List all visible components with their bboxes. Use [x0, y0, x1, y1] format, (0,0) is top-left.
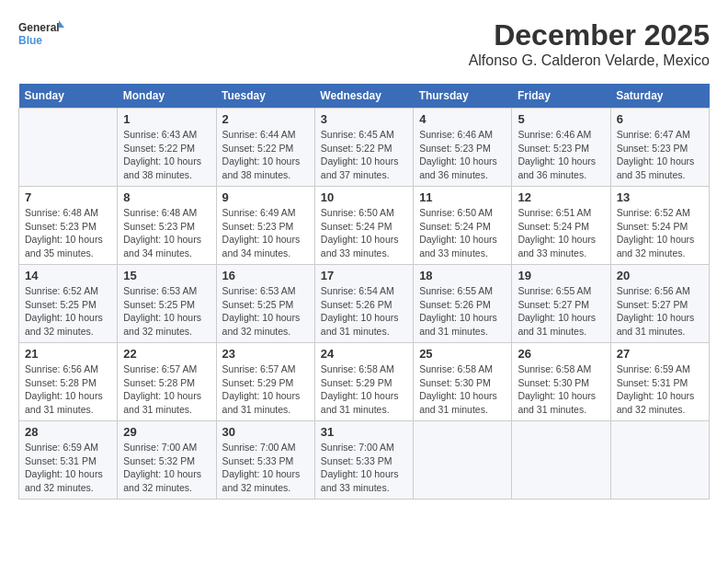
- day-info: Sunrise: 6:57 AM Sunset: 5:28 PM Dayligh…: [123, 362, 210, 417]
- day-number: 31: [321, 425, 407, 439]
- calendar-day-cell: 20Sunrise: 6:56 AM Sunset: 5:27 PM Dayli…: [610, 265, 709, 343]
- day-info: Sunrise: 6:56 AM Sunset: 5:27 PM Dayligh…: [617, 284, 703, 339]
- calendar-day-cell: 18Sunrise: 6:55 AM Sunset: 5:26 PM Dayli…: [414, 265, 512, 343]
- calendar-week-2: 7Sunrise: 6:48 AM Sunset: 5:23 PM Daylig…: [19, 187, 710, 265]
- day-number: 5: [518, 112, 604, 126]
- calendar-day-cell: 10Sunrise: 6:50 AM Sunset: 5:24 PM Dayli…: [314, 187, 413, 265]
- day-info: Sunrise: 6:51 AM Sunset: 5:24 PM Dayligh…: [518, 206, 604, 260]
- calendar-day-cell: 28Sunrise: 6:59 AM Sunset: 5:31 PM Dayli…: [19, 421, 118, 500]
- day-number: 24: [321, 347, 407, 361]
- day-number: 6: [617, 112, 703, 126]
- day-number: 11: [419, 190, 506, 204]
- day-info: Sunrise: 6:53 AM Sunset: 5:25 PM Dayligh…: [123, 284, 210, 339]
- calendar-day-cell: 8Sunrise: 6:48 AM Sunset: 5:23 PM Daylig…: [118, 187, 216, 265]
- day-info: Sunrise: 6:58 AM Sunset: 5:30 PM Dayligh…: [419, 362, 506, 417]
- svg-text:General: General: [18, 21, 60, 34]
- logo: General Blue: [18, 18, 64, 52]
- calendar-day-cell: 15Sunrise: 6:53 AM Sunset: 5:25 PM Dayli…: [118, 265, 216, 343]
- col-wednesday: Wednesday: [314, 84, 413, 109]
- day-number: 2: [222, 112, 309, 126]
- col-monday: Monday: [118, 84, 216, 109]
- day-info: Sunrise: 6:46 AM Sunset: 5:23 PM Dayligh…: [518, 128, 604, 182]
- day-info: Sunrise: 6:58 AM Sunset: 5:29 PM Dayligh…: [321, 362, 407, 417]
- col-tuesday: Tuesday: [216, 84, 314, 109]
- month-title: December 2025: [469, 18, 710, 52]
- day-number: 29: [123, 425, 210, 439]
- day-info: Sunrise: 6:43 AM Sunset: 5:22 PM Dayligh…: [123, 128, 210, 182]
- calendar-day-cell: 3Sunrise: 6:45 AM Sunset: 5:22 PM Daylig…: [314, 109, 413, 187]
- day-number: 30: [222, 425, 309, 439]
- day-info: Sunrise: 6:52 AM Sunset: 5:25 PM Dayligh…: [25, 284, 111, 339]
- calendar-day-cell: [610, 421, 709, 500]
- day-info: Sunrise: 7:00 AM Sunset: 5:32 PM Dayligh…: [123, 441, 210, 495]
- day-info: Sunrise: 6:57 AM Sunset: 5:29 PM Dayligh…: [222, 362, 309, 417]
- calendar-day-cell: 21Sunrise: 6:56 AM Sunset: 5:28 PM Dayli…: [19, 343, 118, 421]
- col-friday: Friday: [512, 84, 610, 109]
- day-number: 3: [321, 112, 407, 126]
- day-info: Sunrise: 6:55 AM Sunset: 5:27 PM Dayligh…: [518, 284, 604, 339]
- day-number: 17: [321, 269, 407, 282]
- calendar-day-cell: 22Sunrise: 6:57 AM Sunset: 5:28 PM Dayli…: [118, 343, 216, 421]
- day-info: Sunrise: 6:59 AM Sunset: 5:31 PM Dayligh…: [25, 441, 111, 495]
- calendar-day-cell: 19Sunrise: 6:55 AM Sunset: 5:27 PM Dayli…: [512, 265, 610, 343]
- day-number: 10: [321, 190, 407, 204]
- day-number: 18: [419, 269, 506, 282]
- svg-text:Blue: Blue: [18, 34, 42, 47]
- day-info: Sunrise: 6:58 AM Sunset: 5:30 PM Dayligh…: [518, 362, 604, 417]
- calendar-day-cell: 24Sunrise: 6:58 AM Sunset: 5:29 PM Dayli…: [314, 343, 413, 421]
- day-info: Sunrise: 6:44 AM Sunset: 5:22 PM Dayligh…: [222, 128, 309, 182]
- calendar-day-cell: 17Sunrise: 6:54 AM Sunset: 5:26 PM Dayli…: [314, 265, 413, 343]
- day-info: Sunrise: 6:48 AM Sunset: 5:23 PM Dayligh…: [123, 206, 210, 260]
- day-info: Sunrise: 6:50 AM Sunset: 5:24 PM Dayligh…: [419, 206, 506, 260]
- day-number: 12: [518, 190, 604, 204]
- day-info: Sunrise: 7:00 AM Sunset: 5:33 PM Dayligh…: [222, 441, 309, 495]
- day-number: 16: [222, 269, 309, 282]
- day-number: 20: [617, 269, 703, 282]
- calendar-day-cell: 2Sunrise: 6:44 AM Sunset: 5:22 PM Daylig…: [216, 109, 314, 187]
- calendar-day-cell: 13Sunrise: 6:52 AM Sunset: 5:24 PM Dayli…: [610, 187, 709, 265]
- day-info: Sunrise: 6:48 AM Sunset: 5:23 PM Dayligh…: [25, 206, 111, 260]
- calendar-day-cell: 4Sunrise: 6:46 AM Sunset: 5:23 PM Daylig…: [414, 109, 512, 187]
- day-info: Sunrise: 6:55 AM Sunset: 5:26 PM Dayligh…: [419, 284, 506, 339]
- calendar-day-cell: 9Sunrise: 6:49 AM Sunset: 5:23 PM Daylig…: [216, 187, 314, 265]
- day-info: Sunrise: 6:45 AM Sunset: 5:22 PM Dayligh…: [321, 128, 407, 182]
- calendar-day-cell: 11Sunrise: 6:50 AM Sunset: 5:24 PM Dayli…: [414, 187, 512, 265]
- day-info: Sunrise: 6:47 AM Sunset: 5:23 PM Dayligh…: [617, 128, 703, 182]
- title-section: December 2025 Alfonso G. Calderon Velard…: [469, 18, 710, 69]
- day-info: Sunrise: 6:59 AM Sunset: 5:31 PM Dayligh…: [617, 362, 703, 417]
- calendar-table: Sunday Monday Tuesday Wednesday Thursday…: [18, 84, 710, 500]
- day-number: 15: [123, 269, 210, 282]
- header: General Blue December 2025 Alfonso G. Ca…: [18, 18, 710, 69]
- calendar-day-cell: 16Sunrise: 6:53 AM Sunset: 5:25 PM Dayli…: [216, 265, 314, 343]
- calendar-week-3: 14Sunrise: 6:52 AM Sunset: 5:25 PM Dayli…: [19, 265, 710, 343]
- day-number: 8: [123, 190, 210, 204]
- calendar-day-cell: 7Sunrise: 6:48 AM Sunset: 5:23 PM Daylig…: [19, 187, 118, 265]
- calendar-day-cell: 1Sunrise: 6:43 AM Sunset: 5:22 PM Daylig…: [118, 109, 216, 187]
- day-number: 19: [518, 269, 604, 282]
- day-number: 22: [123, 347, 210, 361]
- day-number: 4: [419, 112, 506, 126]
- calendar-day-cell: 29Sunrise: 7:00 AM Sunset: 5:32 PM Dayli…: [118, 421, 216, 500]
- calendar-day-cell: 27Sunrise: 6:59 AM Sunset: 5:31 PM Dayli…: [610, 343, 709, 421]
- day-number: 25: [419, 347, 506, 361]
- col-saturday: Saturday: [610, 84, 709, 109]
- calendar-day-cell: 14Sunrise: 6:52 AM Sunset: 5:25 PM Dayli…: [19, 265, 118, 343]
- day-number: 23: [222, 347, 309, 361]
- calendar-day-cell: 23Sunrise: 6:57 AM Sunset: 5:29 PM Dayli…: [216, 343, 314, 421]
- calendar-week-4: 21Sunrise: 6:56 AM Sunset: 5:28 PM Dayli…: [19, 343, 710, 421]
- day-info: Sunrise: 6:46 AM Sunset: 5:23 PM Dayligh…: [419, 128, 506, 182]
- day-info: Sunrise: 6:52 AM Sunset: 5:24 PM Dayligh…: [617, 206, 703, 260]
- day-info: Sunrise: 6:53 AM Sunset: 5:25 PM Dayligh…: [222, 284, 309, 339]
- calendar-day-cell: 30Sunrise: 7:00 AM Sunset: 5:33 PM Dayli…: [216, 421, 314, 500]
- day-info: Sunrise: 7:00 AM Sunset: 5:33 PM Dayligh…: [321, 441, 407, 495]
- calendar-day-cell: 25Sunrise: 6:58 AM Sunset: 5:30 PM Dayli…: [414, 343, 512, 421]
- calendar-day-cell: [19, 109, 118, 187]
- day-number: 7: [25, 190, 111, 204]
- calendar-day-cell: 26Sunrise: 6:58 AM Sunset: 5:30 PM Dayli…: [512, 343, 610, 421]
- calendar-week-5: 28Sunrise: 6:59 AM Sunset: 5:31 PM Dayli…: [19, 421, 710, 500]
- calendar-day-cell: 5Sunrise: 6:46 AM Sunset: 5:23 PM Daylig…: [512, 109, 610, 187]
- day-number: 28: [25, 425, 111, 439]
- day-number: 14: [25, 269, 111, 282]
- logo-icon: General Blue: [18, 18, 64, 52]
- calendar-header-row: Sunday Monday Tuesday Wednesday Thursday…: [19, 84, 710, 109]
